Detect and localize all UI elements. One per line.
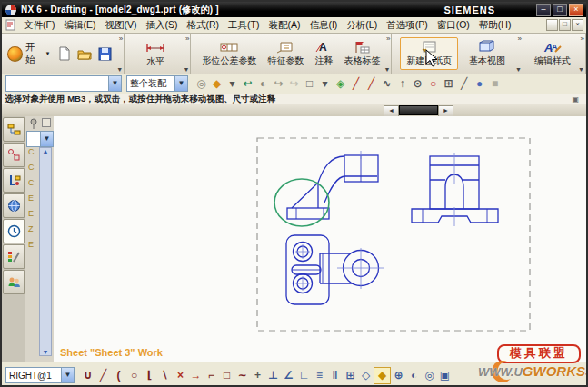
palette-entry-3[interactable]: E	[28, 194, 37, 203]
scroll-down-icon[interactable]: ▼	[43, 349, 49, 355]
menu-0[interactable]: 文件(F)	[19, 18, 59, 33]
minimize-button[interactable]: –	[536, 4, 551, 16]
palette-entry-5[interactable]: Z	[28, 224, 37, 233]
sphere-point-icon[interactable]: ●	[472, 76, 487, 92]
auto-constrain-icon[interactable]: ∟	[296, 368, 312, 383]
sketch-plane-combo[interactable]: RIGHT@1 ▼	[5, 367, 75, 383]
highlight-selection-icon[interactable]: ◆	[209, 76, 224, 92]
selection-filter-icon[interactable]: ◎	[194, 76, 209, 92]
combo-dropdown-icon[interactable]: ▼	[108, 76, 121, 91]
pattern-icon[interactable]: ⊞	[343, 368, 358, 383]
view-gooseneck-bracket[interactable]	[287, 151, 378, 219]
overflow-chevron-icon[interactable]: »	[119, 35, 123, 43]
point-icon[interactable]: +	[250, 368, 265, 383]
quick-extend-icon[interactable]: →	[188, 368, 204, 383]
sketch-style-icon[interactable]: ◆	[374, 367, 391, 384]
reset-filter-icon[interactable]: ↩	[240, 76, 255, 92]
overflow-chevron-icon[interactable]: »	[386, 35, 390, 43]
fillet-icon[interactable]: ⌊	[142, 368, 157, 383]
new-file-button[interactable]	[55, 45, 74, 62]
scroll-up-icon[interactable]: ▲	[43, 148, 49, 154]
mirror-icon[interactable]: ◇	[358, 368, 374, 383]
geometric-tolerance-button[interactable]: 形位公差参数	[196, 38, 262, 69]
redo-hook-icon[interactable]: ↪	[286, 76, 302, 92]
history-tab[interactable]	[3, 219, 25, 243]
point-on-curve-icon[interactable]: ∿	[379, 76, 394, 92]
rectangle-select-icon[interactable]: □	[302, 76, 317, 92]
combo-dropdown-icon[interactable]: ▼	[61, 368, 74, 382]
maximize-button[interactable]: □	[553, 4, 567, 16]
menu-4[interactable]: 格式(R)	[182, 18, 224, 33]
menu-2[interactable]: 视图(V)	[100, 18, 141, 33]
edit-style-button[interactable]: AA 编辑样式	[529, 38, 576, 69]
mdi-restore-button[interactable]: □	[559, 19, 571, 31]
rectangle-icon[interactable]: □	[219, 368, 234, 383]
toolbar-options-icon[interactable]: ▼	[184, 66, 190, 73]
palette-entry-6[interactable]: E	[28, 240, 37, 249]
view-top[interactable]	[286, 235, 384, 304]
open-file-button[interactable]	[75, 45, 94, 62]
part-navigator-tab[interactable]	[3, 168, 25, 193]
control-point-icon[interactable]: ↑	[394, 76, 410, 92]
horizontal-scrollbar[interactable]: ◄ ►	[384, 105, 453, 115]
drafting-ops-icon[interactable]: ▣	[437, 368, 453, 383]
existing-point-icon[interactable]: ⊞	[441, 76, 456, 92]
save-button[interactable]	[95, 45, 114, 62]
toolbar-options-icon[interactable]: ▼	[578, 66, 584, 73]
chamfer-icon[interactable]: ∖	[157, 368, 173, 383]
convert-icon[interactable]: ◎	[422, 368, 437, 383]
selection-filter-combo[interactable]: ▼	[5, 75, 122, 92]
menu-7[interactable]: 信息(I)	[304, 18, 342, 33]
pushpin-icon[interactable]	[29, 118, 39, 129]
menu-8[interactable]: 分析(L)	[342, 18, 382, 33]
perpendicular-constraint-icon[interactable]: ⊥	[265, 368, 281, 383]
cube-point-icon[interactable]: ■	[487, 76, 503, 92]
roles-tab[interactable]	[3, 270, 25, 294]
palettes-tab[interactable]	[3, 244, 25, 269]
profile-icon[interactable]: ∪	[80, 368, 95, 383]
quick-trim-icon[interactable]: ×	[173, 368, 188, 383]
angle-constraint-icon[interactable]: ∠	[281, 368, 296, 383]
feature-parameters-button[interactable]: 特征参数	[262, 38, 309, 69]
menu-11[interactable]: 帮助(H)	[474, 18, 516, 33]
palette-scrollbar[interactable]: ▲ ▼	[39, 147, 52, 356]
quadrant-point-icon[interactable]: ○	[425, 76, 441, 92]
combo-dropdown-icon[interactable]: ▼	[174, 76, 187, 91]
undo-hook-icon[interactable]: ↪	[271, 76, 286, 92]
menu-10[interactable]: 窗口(O)	[433, 18, 474, 33]
panel-close-icon[interactable]	[42, 118, 51, 127]
palette-entry-2[interactable]: C	[28, 178, 37, 187]
dimension-icon[interactable]: ‖	[327, 368, 343, 383]
constraint-navigator-tab[interactable]	[3, 143, 25, 167]
menu-9[interactable]: 首选项(P)	[382, 18, 433, 33]
base-view-button[interactable]: 基本视图	[463, 38, 511, 69]
studio-spline-icon[interactable]: ∼	[234, 368, 250, 383]
graphics-window[interactable]: Sheet "Sheet 3" Work	[54, 116, 586, 362]
menu-3[interactable]: 插入(S)	[141, 18, 182, 33]
toolbar-options-icon[interactable]: ▼	[384, 66, 391, 73]
mdi-close-button[interactable]: ×	[572, 19, 583, 31]
scrollbar-thumb[interactable]	[399, 105, 438, 115]
rectangle-select-dropdown-icon[interactable]: ▾	[317, 76, 333, 92]
menu-6[interactable]: 装配(A)	[264, 18, 304, 33]
table-label-button[interactable]: 表格标签	[338, 38, 385, 69]
annotation-button[interactable]: A 注释	[309, 38, 338, 69]
close-button[interactable]: ×	[569, 4, 583, 16]
line-icon[interactable]: ╱	[95, 368, 111, 383]
arc-center-icon[interactable]: ⊙	[410, 76, 425, 92]
show-constraints-icon[interactable]: ≡	[312, 368, 327, 383]
overflow-chevron-icon[interactable]: »	[581, 35, 584, 43]
offset-icon[interactable]: ⊕	[391, 368, 406, 383]
midpoint-icon[interactable]: ╱	[364, 76, 379, 92]
point-slash-icon[interactable]: ╱	[456, 76, 472, 92]
combo-dropdown-icon[interactable]: ▼	[40, 132, 53, 146]
show-hide-icon[interactable]: ◐	[255, 76, 271, 92]
toolbar-options-icon[interactable]: ▼	[116, 66, 123, 73]
palette-entry-0[interactable]: C	[28, 147, 37, 156]
fit-view-icon[interactable]: ▣	[572, 95, 579, 104]
make-corner-icon[interactable]: ⌐	[204, 368, 219, 383]
mdi-minimize-button[interactable]: –	[546, 19, 558, 31]
overflow-chevron-icon[interactable]: »	[185, 35, 189, 43]
selection-scope-combo[interactable]: 整个装配 ▼	[126, 75, 188, 92]
arc-icon[interactable]: (	[111, 368, 126, 383]
